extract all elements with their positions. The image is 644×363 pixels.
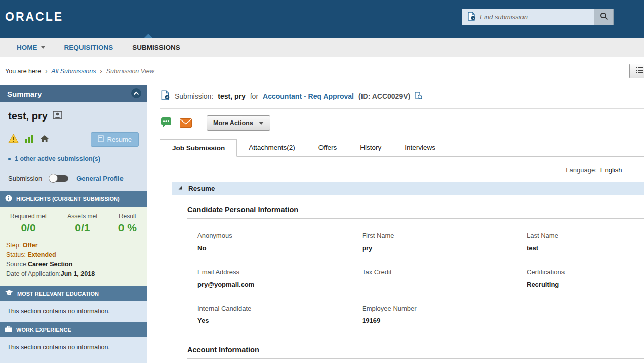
resume-section-title: Resume (188, 185, 215, 192)
submission-for: for (250, 92, 258, 100)
submission-view-panel: Submission: test, pry for Accountant - R… (147, 85, 644, 363)
tab-offers[interactable]: Offers (307, 139, 349, 156)
language-label: Language: (566, 166, 596, 174)
bullet-icon (8, 158, 11, 160)
field-email-address: Email Address pry@yopmail.com (197, 268, 362, 288)
briefcase-icon (5, 326, 12, 333)
top-header: ORACLE (0, 0, 644, 38)
field-internal-candidate: Internal Candidate Yes (197, 305, 362, 325)
field-label: Tax Credit (362, 268, 527, 276)
candidate-name-row: test, pry (0, 102, 147, 122)
requisition-id: (ID: ACC0029V) (358, 92, 410, 100)
requisition-link[interactable]: Accountant - Req Approval (263, 92, 354, 100)
education-section-header: MOST RELEVANT EDUCATION (0, 286, 147, 301)
summary-title: Summary (7, 90, 42, 98)
back-to-list-button[interactable]: Ba (629, 64, 644, 78)
field-label: Certifications (527, 268, 644, 276)
application-date-row: Date of Application:Jun 1, 2018 (6, 269, 141, 279)
breadcrumb: You are here › All Submissions › Submiss… (0, 57, 644, 85)
field-tax-credit: Tax Credit (362, 268, 527, 288)
submission-profile-toggle-row: Submission General Profile (0, 163, 147, 191)
step-value: Offer (23, 241, 38, 249)
breadcrumb-all-submissions-link[interactable]: All Submissions (51, 68, 96, 75)
highlights-section-header: HIGHLIGHTS (CURRENT SUBMISSION) (0, 191, 147, 207)
field-label: Last Name (527, 232, 644, 239)
tab-job-submission[interactable]: Job Submission (160, 139, 237, 157)
stat-result: Result 0 % (118, 213, 137, 234)
other-active-submissions-link[interactable]: 1 other active submission(s) (0, 147, 147, 163)
submission-tabs: Job Submission Attachments(2) Offers His… (160, 139, 644, 157)
warning-icon (8, 134, 19, 145)
highlights-title: HIGHLIGHTS (CURRENT SUBMISSION) (16, 196, 120, 202)
candidate-name: test, pry (8, 110, 48, 122)
stat-label: Result (118, 213, 137, 220)
tab-attachments[interactable]: Attachments(2) (237, 139, 307, 156)
source-label: Source: (6, 261, 28, 268)
oracle-logo: ORACLE (5, 10, 63, 24)
global-search (462, 9, 614, 25)
breadcrumb-prefix: You are here (5, 68, 41, 75)
toggle-knob (49, 174, 58, 183)
find-submission-input[interactable] (480, 13, 589, 21)
summary-sidebar: Summary test, pry (0, 85, 147, 363)
nav-submissions-label: SUBMISSIONS (132, 44, 180, 51)
submission-profile-toggle[interactable] (50, 175, 68, 182)
search-input-wrap (462, 9, 594, 25)
step-row: Step: Offer (6, 240, 141, 250)
search-button[interactable] (594, 9, 614, 25)
account-information-section: Account Information Account Status User … (187, 346, 644, 363)
info-icon (5, 195, 12, 203)
search-icon (600, 12, 608, 22)
field-certifications: Certifications Recruiting (527, 268, 644, 288)
candidate-card-icon (53, 110, 62, 122)
action-toolbar: More Actions (160, 109, 644, 131)
nav-home-label: HOME (17, 44, 37, 51)
general-profile-link[interactable]: General Profile (76, 175, 123, 182)
main-nav: HOME REQUISITIONS SUBMISSIONS (0, 38, 644, 57)
collapse-panel-button[interactable] (131, 88, 142, 100)
nav-submissions[interactable]: SUBMISSIONS (123, 38, 190, 57)
field-value: 19169 (362, 317, 527, 325)
summary-header: Summary (0, 85, 147, 102)
preview-requisition-icon[interactable] (415, 92, 422, 101)
stat-value: 0/1 (67, 222, 97, 234)
stat-label: Assets met (67, 213, 97, 220)
highlights-stats: Required met 0/0 Assets met 0/1 Result 0… (6, 213, 141, 234)
status-row: Status: Extended (6, 250, 141, 260)
personal-info-fields: Anonymous No First Name pry Last Name te… (197, 232, 644, 325)
resume-button-label: Resume (107, 136, 132, 143)
nav-requisitions[interactable]: REQUISITIONS (55, 38, 123, 57)
status-value: Extended (27, 251, 56, 258)
field-value (362, 280, 527, 288)
candidate-personal-information-section: Candidate Personal Information Anonymous… (187, 206, 644, 325)
language-value: English (600, 166, 622, 174)
submission-doc-icon (467, 12, 476, 23)
resume-section-header[interactable]: Resume (172, 182, 644, 195)
tab-history[interactable]: History (348, 139, 393, 156)
candidate-status-icons: Resume (0, 122, 147, 147)
work-experience-title: WORK EXPERIENCE (16, 327, 71, 333)
highlights-details: Step: Offer Status: Extended Source:Care… (6, 240, 141, 279)
submission-candidate-name: test, pry (218, 92, 245, 100)
field-label: Internal Candidate (197, 305, 362, 312)
list-icon (636, 67, 643, 75)
field-label: Anonymous (197, 232, 362, 239)
nav-home[interactable]: HOME (7, 38, 55, 57)
highlights-body: Required met 0/0 Assets met 0/1 Result 0… (0, 207, 147, 286)
more-actions-button[interactable]: More Actions (207, 115, 270, 131)
nav-requisitions-label: REQUISITIONS (64, 44, 113, 51)
stat-assets-met: Assets met 0/1 (67, 213, 97, 234)
internal-candidate-house-icon (40, 135, 49, 145)
tab-interviews[interactable]: Interviews (393, 139, 447, 156)
collapse-triangle-icon (177, 185, 183, 192)
comment-icon[interactable] (160, 117, 172, 129)
submission-label: Submission: (175, 92, 213, 100)
field-label: Employee Number (362, 305, 527, 312)
resume-button[interactable]: Resume (91, 132, 139, 147)
field-label: First Name (362, 232, 527, 239)
field-employee-number: Employee Number 19169 (362, 305, 527, 325)
email-icon[interactable] (180, 118, 192, 128)
graduation-cap-icon (5, 290, 13, 297)
content-area: Summary test, pry (0, 85, 644, 363)
toggle-left-label: Submission (8, 175, 42, 182)
